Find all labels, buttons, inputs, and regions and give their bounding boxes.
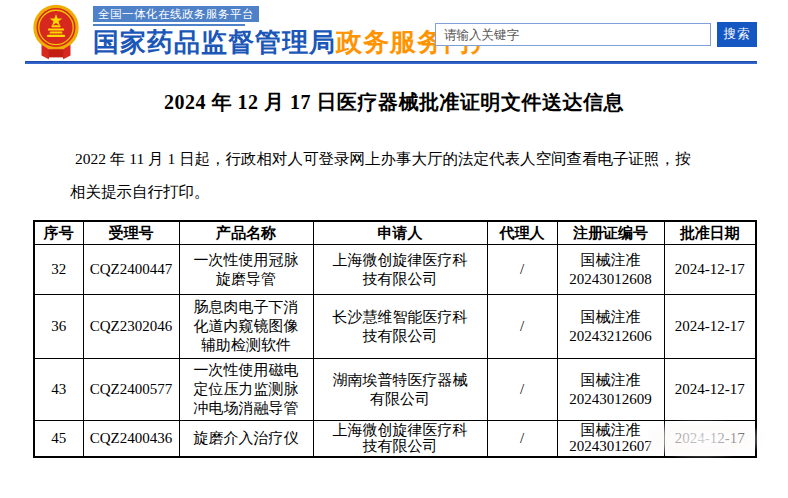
- page-title: 2024 年 12 月 17 日医疗器械批准证明文件送达信息: [0, 89, 788, 116]
- platform-tag-underline: [93, 24, 245, 26]
- cell-product-name: 旋磨介入治疗仪: [179, 421, 313, 457]
- cell-seq: 36: [34, 295, 83, 359]
- cell-agent: /: [487, 359, 557, 421]
- cell-approval-date: 2024-12-17: [664, 421, 756, 457]
- column-header-approval-date: 批准日期: [664, 221, 756, 245]
- cell-acceptance-no: CQZ2400447: [83, 245, 179, 295]
- notice-line-2: 相关提示自行打印。: [70, 175, 728, 208]
- table-row: 45 CQZ2400436 旋磨介入治疗仪 上海微创旋律医疗科 技有限公司 / …: [34, 421, 756, 457]
- cell-agent: /: [487, 421, 557, 457]
- cell-registration-no: 国械注准 20243012608: [557, 245, 664, 295]
- column-header-agent: 代理人: [487, 221, 557, 245]
- cell-seq: 45: [34, 421, 83, 457]
- table-row: 43 CQZ2400577 一次性使用磁电 定位压力监测脉 冲电场消融导管 湖南…: [34, 359, 756, 421]
- cell-seq: 43: [34, 359, 83, 421]
- cell-acceptance-no: CQZ2400577: [83, 359, 179, 421]
- cell-seq: 32: [34, 245, 83, 295]
- search-input[interactable]: [435, 23, 711, 46]
- cell-product-name: 一次性使用磁电 定位压力监测脉 冲电场消融导管: [179, 359, 313, 421]
- cell-product-name: 一次性使用冠脉 旋磨导管: [179, 245, 313, 295]
- cell-agent: /: [487, 295, 557, 359]
- column-header-registration-no: 注册证编号: [557, 221, 664, 245]
- table-header-row: 序号 受理号 产品名称 申请人 代理人 注册证编号 批准日期: [34, 221, 756, 245]
- table-row: 36 CQZ2302046 肠息肉电子下消 化道内窥镜图像 辅助检测软件 长沙慧…: [34, 295, 756, 359]
- cell-approval-date: 2024-12-17: [664, 359, 756, 421]
- cell-applicant: 湖南埃普特医疗器械 有限公司: [313, 359, 487, 421]
- header-divider: [25, 61, 757, 64]
- cell-approval-date: 2024-12-17: [664, 295, 756, 359]
- main-content: 2024 年 12 月 17 日医疗器械批准证明文件送达信息 2022 年 11…: [0, 89, 788, 458]
- cell-acceptance-no: CQZ2302046: [83, 295, 179, 359]
- column-header-seq: 序号: [34, 221, 83, 245]
- cell-applicant: 长沙慧维智能医疗科 技有限公司: [313, 295, 487, 359]
- cell-approval-date: 2024-12-17: [664, 245, 756, 295]
- table-row: 32 CQZ2400447 一次性使用冠脉 旋磨导管 上海微创旋律医疗科 技有限…: [34, 245, 756, 295]
- cell-applicant: 上海微创旋律医疗科 技有限公司: [313, 421, 487, 457]
- search-button[interactable]: 搜索: [717, 22, 757, 47]
- platform-tag: 全国一体化在线政务服务平台: [93, 6, 259, 22]
- cell-product-name: 肠息肉电子下消 化道内窥镜图像 辅助检测软件: [179, 295, 313, 359]
- cell-applicant: 上海微创旋律医疗科 技有限公司: [313, 245, 487, 295]
- column-header-acceptance-no: 受理号: [83, 221, 179, 245]
- cell-registration-no: 国械注准 20243012607: [557, 421, 664, 457]
- china-national-emblem-icon: [28, 3, 84, 61]
- column-header-product-name: 产品名称: [179, 221, 313, 245]
- site-header: 全国一体化在线政务服务平台 国家药品监督管理局政务服务门户 搜索: [0, 0, 788, 61]
- cell-acceptance-no: CQZ2400436: [83, 421, 179, 457]
- cell-agent: /: [487, 245, 557, 295]
- notice-line-1: 2022 年 11 月 1 日起，行政相对人可登录网上办事大厅的法定代表人空间查…: [70, 142, 728, 175]
- notice-paragraph: 2022 年 11 月 1 日起，行政相对人可登录网上办事大厅的法定代表人空间查…: [70, 142, 728, 208]
- column-header-applicant: 申请人: [313, 221, 487, 245]
- search-area: 搜索: [435, 22, 757, 47]
- cell-registration-no: 国械注准 20243212606: [557, 295, 664, 359]
- approval-table: 序号 受理号 产品名称 申请人 代理人 注册证编号 批准日期 32 CQZ240…: [33, 220, 757, 458]
- org-name: 国家药品监督管理局: [93, 27, 336, 57]
- cell-registration-no: 国械注准 20243012609: [557, 359, 664, 421]
